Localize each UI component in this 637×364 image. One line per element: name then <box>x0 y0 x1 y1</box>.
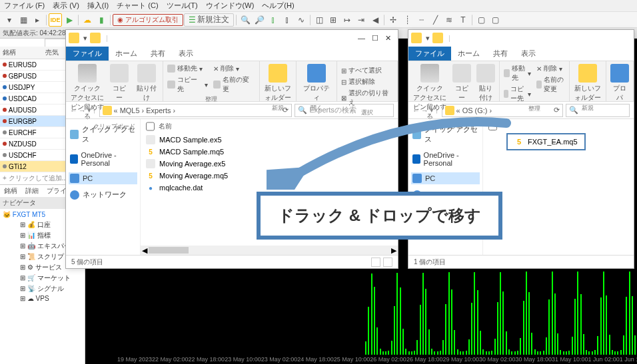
nav-item[interactable]: ⊞ 🛒 マーケット <box>11 273 83 283</box>
toolbar-arrow-icon[interactable]: ▸ <box>31 13 44 27</box>
chart-candle-icon[interactable]: ⫿ <box>281 13 294 27</box>
np-quick[interactable]: クイック アクセス <box>69 123 137 146</box>
chart-bars-icon[interactable]: ⫿ <box>267 13 280 27</box>
drop-icon[interactable]: ▾ <box>83 34 87 43</box>
address-path[interactable]: «OS (G:)›⟳ <box>442 104 563 117</box>
select-none[interactable]: ⊟ 選択解除 <box>341 77 393 87</box>
np-network[interactable]: ネットワーク <box>69 188 137 201</box>
new-order-button[interactable]: ☰新規注文 <box>184 13 234 27</box>
menu-file[interactable]: ファイル (F) <box>4 1 45 11</box>
nav-fwd-icon[interactable]: → <box>79 106 86 114</box>
tab-home[interactable]: ホーム <box>109 47 144 61</box>
shift-icon[interactable]: ↦ <box>340 13 354 27</box>
copy-button[interactable]: コピー <box>452 64 471 102</box>
search-box[interactable]: 🔍 <box>566 104 630 117</box>
address-path[interactable]: « MQL5› Experts› ⟳ <box>99 104 292 117</box>
auto-scroll-icon[interactable]: ⇥ <box>354 13 368 27</box>
select-all-checkbox[interactable] <box>146 122 155 131</box>
instruction-callout: ドラック & ドロップで移す <box>257 192 502 240</box>
explorer2-titlebar[interactable]: ▾ | <box>408 30 634 46</box>
tab-share[interactable]: 共有 <box>144 47 172 61</box>
file-row[interactable]: MACD Sample.ex5 <box>146 134 392 146</box>
trend-line-icon[interactable]: ╱ <box>428 13 442 27</box>
nav-item[interactable]: ⊞ ☁ VPS <box>11 294 83 303</box>
nav-fwd-icon[interactable]: → <box>421 106 428 114</box>
file-row[interactable]: Moving Average.ex5 <box>146 158 392 170</box>
toolbar-chart-icon[interactable]: ▦ <box>17 13 30 27</box>
toolbar-dropdown-icon[interactable]: ▾ <box>3 13 16 27</box>
view-detail-icon[interactable] <box>383 258 392 267</box>
view-list-icon[interactable] <box>371 258 380 267</box>
delete-button[interactable]: ✕ 削除 ▾ <box>213 64 255 73</box>
rename-button[interactable]: 名前の変更 <box>536 75 565 94</box>
nav-item[interactable]: ⊞ 📡 シグナル <box>11 283 83 294</box>
properties[interactable]: プロパティ <box>301 64 332 102</box>
col-name[interactable]: 名前 <box>159 122 172 131</box>
nav-up-icon[interactable]: ↑ <box>435 106 439 114</box>
copy-button[interactable]: コピー <box>110 64 129 102</box>
properties[interactable]: プロパ <box>610 64 629 102</box>
tab-view[interactable]: 表示 <box>514 47 542 61</box>
copy-to[interactable]: コピー先 ▾ <box>167 75 208 94</box>
zoom-out-icon[interactable]: 🔎 <box>253 13 266 27</box>
crosshair-icon[interactable]: ✢ <box>386 13 400 27</box>
minimize-icon[interactable]: — <box>358 34 365 43</box>
tab-file[interactable]: ファイル <box>408 47 451 61</box>
text-icon[interactable]: T <box>456 13 470 27</box>
run-icon[interactable]: ▶ <box>63 13 76 27</box>
menu-insert[interactable]: 挿入(I) <box>87 1 109 11</box>
menu-window[interactable]: ウインドウ(W) <box>206 1 255 11</box>
file-row[interactable]: 5Moving Average.mq5 <box>146 170 392 182</box>
cascade-icon[interactable]: ◫ <box>313 13 326 27</box>
mw-col-symbol[interactable]: 銘柄 <box>0 47 43 59</box>
tab-home[interactable]: ホーム <box>451 47 486 61</box>
file-row[interactable]: 5MACD Sample.mq5 <box>146 146 392 158</box>
new-folder[interactable]: 新しいフォルダー <box>264 64 292 102</box>
menu-tool[interactable]: ツール(T) <box>167 1 198 11</box>
np-pc[interactable]: PC <box>69 172 137 184</box>
select-all[interactable]: ⊞ すべて選択 <box>341 66 393 75</box>
cloud-icon[interactable]: ☁ <box>81 13 94 27</box>
mw-tab-detail[interactable]: 詳細 <box>21 185 43 197</box>
nav-back-icon[interactable]: ← <box>70 106 77 114</box>
mw-tab-symbols[interactable]: 銘柄 <box>0 185 21 197</box>
rename-button[interactable]: 名前の変更 <box>213 75 255 94</box>
explorer1-titlebar[interactable]: ▾ | — ☐ ✕ <box>66 30 398 46</box>
np-quick[interactable]: クイック アクセス <box>411 123 480 146</box>
maximize-icon[interactable]: ☐ <box>372 34 378 43</box>
grid-icon[interactable]: ⊞ <box>326 13 340 27</box>
move-to[interactable]: 移動先 ▾ <box>167 64 208 73</box>
menu-help[interactable]: ヘルプ(H) <box>262 1 294 11</box>
tab-file[interactable]: ファイル <box>66 47 109 61</box>
np-onedrive[interactable]: OneDrive - Personal <box>69 150 137 168</box>
v-line-icon[interactable]: ┊ <box>400 13 414 27</box>
chart-line-icon[interactable]: ∿ <box>295 13 308 27</box>
search-box[interactable]: 🔍 Expertsの検索 <box>295 104 394 117</box>
np-onedrive[interactable]: OneDrive - Personal <box>411 150 480 168</box>
m1-button[interactable]: ▢ <box>474 13 488 27</box>
m5-button[interactable]: ▢ <box>488 13 502 27</box>
tab-share[interactable]: 共有 <box>486 47 514 61</box>
np-pc[interactable]: PC <box>411 172 480 184</box>
paste-button[interactable]: 貼り付け <box>134 64 159 102</box>
ide-button[interactable]: IDE <box>49 13 62 27</box>
tab-view[interactable]: 表示 <box>172 47 200 61</box>
move-to[interactable]: 移動先 ▾ <box>504 64 531 83</box>
copy-to[interactable]: コピー先 ▾ <box>504 85 531 103</box>
nav-hist-icon[interactable]: ▾ <box>87 106 91 114</box>
fibo-icon[interactable]: ≋ <box>442 13 456 27</box>
bar-icon[interactable]: ▮ <box>95 13 108 27</box>
h-line-icon[interactable]: ┈ <box>414 13 428 27</box>
nav-up-icon[interactable]: ↑ <box>93 106 97 114</box>
new-folder[interactable]: 新しいフォルダー <box>574 64 602 102</box>
close-icon[interactable]: ✕ <box>385 34 391 43</box>
delete-button[interactable]: ✕ 削除 ▾ <box>536 64 565 73</box>
nav-back-icon[interactable]: ◀ <box>368 13 382 27</box>
nav-back-icon[interactable]: ← <box>412 106 420 114</box>
menu-view[interactable]: 表示 (V) <box>53 1 79 11</box>
select-all-checkbox[interactable] <box>488 122 497 130</box>
paste-button[interactable]: 貼り付け <box>476 64 495 102</box>
algo-trade-button[interactable]: ◉アルゴリズム取引 <box>113 14 183 26</box>
menu-chart[interactable]: チャート (C) <box>117 1 158 11</box>
zoom-in-icon[interactable]: 🔍 <box>239 13 252 27</box>
